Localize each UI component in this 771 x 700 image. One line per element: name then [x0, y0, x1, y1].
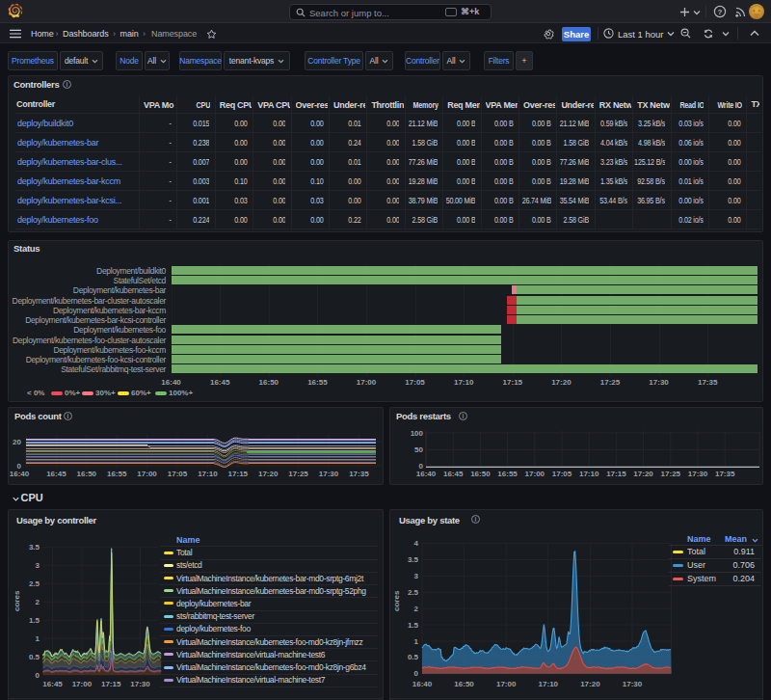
svg-text:?: ?	[718, 8, 723, 16]
